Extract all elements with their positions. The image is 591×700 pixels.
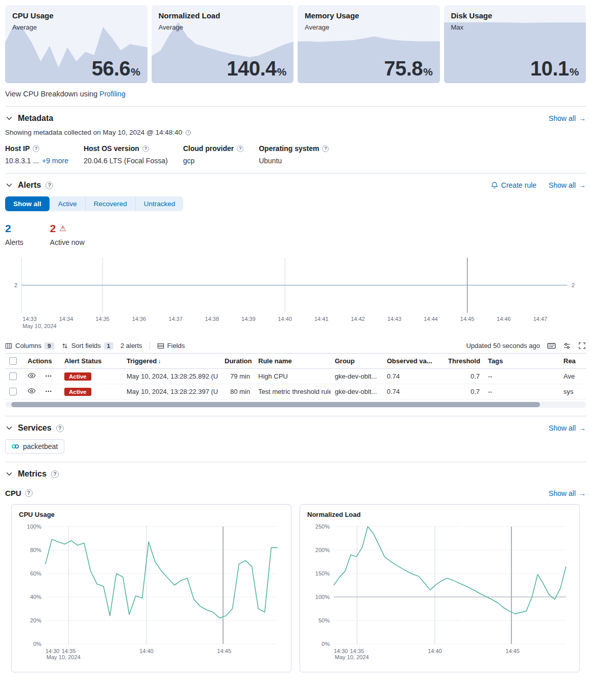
col-header-threshold[interactable]: Threshold: [444, 354, 484, 369]
view-alert-eye-icon[interactable]: [28, 371, 36, 380]
collapse-chevron-icon[interactable]: [5, 424, 13, 432]
kpi-value-unit: %: [277, 66, 286, 78]
svg-text:14:40: 14:40: [278, 316, 292, 322]
help-icon[interactable]: ?: [25, 489, 33, 497]
service-packetbeat[interactable]: packetbeat: [5, 439, 64, 454]
kpi-value: 10.1%: [530, 57, 579, 80]
collapse-chevron-icon[interactable]: [5, 470, 13, 478]
sort-count-badge: 1: [104, 342, 113, 349]
observed-value-cell: 0.74: [383, 384, 444, 399]
row-actions-cell: [23, 369, 60, 384]
show-more-ips-link[interactable]: +9 more: [42, 157, 68, 165]
services-show-all-link[interactable]: Show all→: [549, 424, 586, 432]
row-checkbox[interactable]: [9, 372, 17, 380]
fields-button[interactable]: Fields: [157, 342, 185, 349]
collapse-chevron-icon[interactable]: [5, 114, 13, 122]
kpi-value-number: 75.8: [384, 57, 423, 80]
col-header-rule-name[interactable]: Rule name: [254, 354, 331, 369]
svg-text:250%: 250%: [315, 523, 330, 530]
help-icon[interactable]: ?: [33, 145, 39, 152]
metadata-field-value: Ubuntu: [259, 157, 282, 165]
help-icon[interactable]: ?: [51, 470, 59, 478]
filter-active[interactable]: Active: [50, 196, 86, 211]
alerts-filter-group: Show all Active Recovered Untracked: [5, 196, 183, 211]
alert-table-row[interactable]: Active May 10, 2024, 13:28:25.892 (U 79 …: [5, 369, 586, 384]
select-all-checkbox[interactable]: [9, 357, 17, 365]
filter-show-all[interactable]: Show all: [5, 196, 50, 211]
filter-recovered[interactable]: Recovered: [86, 196, 136, 211]
col-header-alert-status[interactable]: Alert Status: [60, 354, 122, 369]
col-header-label: Rea: [563, 357, 576, 365]
kpi-title: Normalized Load: [159, 11, 287, 20]
col-header-label: Rule name: [258, 357, 292, 365]
help-icon[interactable]: ?: [322, 145, 329, 152]
profiling-link[interactable]: Profiling: [100, 90, 126, 98]
col-header-duration[interactable]: Duration: [220, 354, 254, 369]
kpi-card-header: Memory Usage Average: [298, 5, 440, 31]
toolbar-separator: [150, 342, 150, 350]
sort-fields-button[interactable]: Sort fields 1: [61, 342, 113, 349]
fields-icon: [157, 342, 164, 349]
svg-text:100%: 100%: [315, 594, 330, 600]
keyboard-shortcuts-icon[interactable]: [547, 341, 556, 350]
col-header-label: Alert Status: [64, 357, 102, 365]
view-alert-eye-icon[interactable]: [28, 387, 36, 395]
metadata-field-label: Cloud provider: [183, 144, 234, 153]
help-icon[interactable]: ?: [45, 182, 53, 189]
metrics-cpu-group-header: CPU ? Show all→: [5, 489, 586, 497]
col-header-label: Group: [335, 357, 355, 365]
display-options-icon[interactable]: [563, 342, 571, 350]
alert-status-badge: Active: [64, 372, 91, 381]
toolbar-right-group: Updated 50 seconds ago: [466, 341, 586, 350]
col-header-reason[interactable]: Rea: [559, 354, 586, 369]
kpi-row: CPU Usage Average 56.6% Normalized Load …: [5, 5, 586, 83]
kpi-card-normalized-load[interactable]: Normalized Load Average 140.4%: [152, 5, 294, 83]
collapse-chevron-icon[interactable]: [5, 181, 13, 189]
kpi-card-cpu-usage[interactable]: CPU Usage Average 56.6%: [5, 5, 147, 83]
svg-text:May 10, 2024: May 10, 2024: [22, 323, 57, 329]
sort-fields-label: Sort fields: [71, 342, 101, 349]
kpi-card-disk-usage[interactable]: Disk Usage Max 10.1%: [444, 5, 586, 83]
col-header-group[interactable]: Group: [331, 354, 383, 369]
col-header-triggered[interactable]: Triggered↓: [122, 354, 220, 369]
metadata-field-label: Host OS version: [84, 144, 139, 153]
alerts-active-count: 2⚠: [50, 222, 85, 235]
fullscreen-icon[interactable]: [578, 342, 586, 349]
normalized-load-chart[interactable]: 0%50%100%150%200%250%14:3014:3514:4014:4…: [307, 520, 572, 664]
col-header-tags[interactable]: Tags: [484, 354, 559, 369]
profiling-note-text: View CPU Breakdown using: [5, 90, 97, 98]
help-icon[interactable]: ?: [142, 145, 149, 152]
col-header-actions: Actions: [23, 354, 60, 369]
row-actions-menu-icon[interactable]: [45, 372, 52, 380]
show-all-label: Show all: [549, 424, 576, 432]
filter-untracked[interactable]: Untracked: [136, 196, 184, 211]
alerts-timeline-chart[interactable]: 14:3314:3414:3514:3614:3714:3814:3914:40…: [5, 255, 586, 330]
columns-selector-button[interactable]: Columns 9: [5, 342, 54, 349]
alerts-table: Actions Alert Status Triggered↓ Duration…: [5, 353, 586, 399]
kpi-card-memory-usage[interactable]: Memory Usage Average 75.8%: [298, 5, 440, 83]
section-divider: [5, 173, 586, 173]
col-header-label: Duration: [225, 357, 252, 365]
metrics-show-all-link[interactable]: Show all→: [549, 489, 586, 497]
col-header-observed-value[interactable]: Observed va...: [383, 354, 444, 369]
svg-text:14:45: 14:45: [217, 648, 232, 654]
metrics-title: Metrics: [18, 469, 46, 479]
svg-text:14:33: 14:33: [22, 316, 37, 322]
chart-title: Normalized Load: [307, 511, 572, 518]
row-checkbox[interactable]: [9, 388, 17, 395]
svg-text:14:34: 14:34: [59, 316, 73, 322]
help-icon[interactable]: ?: [237, 145, 243, 152]
row-actions-menu-icon[interactable]: [45, 388, 52, 395]
metadata-show-all-link[interactable]: Show all→: [549, 114, 586, 122]
alerts-total-count: 2: [5, 222, 23, 235]
kpi-value: 56.6%: [91, 57, 140, 80]
alert-table-row[interactable]: Active May 10, 2024, 13:28:22.397 (U 80 …: [5, 384, 586, 399]
svg-text:60%: 60%: [30, 570, 41, 577]
create-rule-button[interactable]: Create rule: [491, 181, 536, 189]
cpu-usage-chart[interactable]: 0%20%40%60%80%100%14:3014:3514:4014:45Ma…: [19, 520, 284, 664]
table-horizontal-scrollbar: [5, 402, 586, 408]
scrollbar-thumb[interactable]: [11, 402, 540, 407]
help-icon[interactable]: ?: [56, 424, 64, 432]
alerts-show-all-link[interactable]: Show all→: [549, 181, 586, 189]
service-name: packetbeat: [23, 442, 58, 451]
